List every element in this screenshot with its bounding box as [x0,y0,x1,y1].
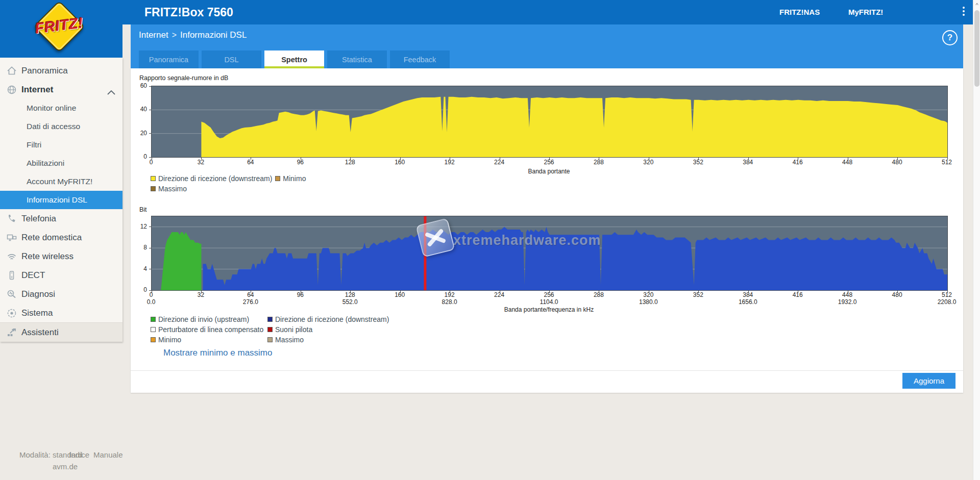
sidebar-item-dati-di-accesso[interactable]: Dati di accesso [0,117,122,136]
refresh-button[interactable]: Aggiorna [902,373,955,389]
footer-link-manuale[interactable]: Manuale [93,450,123,459]
snr-x-axis-label: Banda portante [151,168,947,175]
scrollbar-track[interactable]: ^ [973,0,980,480]
sidebar-item-assistenti[interactable]: Assistenti [0,322,122,342]
sidebar-item-telefonia[interactable]: Telefonia [0,209,122,228]
sidebar-item-panoramica[interactable]: Panoramica [0,61,122,80]
x-tick-label: 384 [743,291,753,298]
legend-item-direzione-di-ricezione-downstream: Direzione di ricezione (downstream) [267,315,389,323]
legend-item-minimo: Minimo [151,336,267,344]
bit-x-axis-frequency: 0.0276.0552.0828.01104.01380.01656.01932… [151,298,947,306]
tab-panoramica[interactable]: Panoramica [139,50,199,68]
nav-link-myfritz[interactable]: MyFRITZ! [848,8,883,16]
legend-item-massimo: Massimo [151,185,187,193]
bit-chart-plot [151,216,948,291]
sidebar-item-informazioni-dsl[interactable]: Informazioni DSL [0,191,122,209]
legend-swatch-icon [267,327,273,332]
x-tick-label: 160 [395,159,405,166]
sidebar-item-label: Diagnosi [21,289,55,299]
legend-item-perturbatore-di-linea-compensato: Perturbatore di linea compensato [151,325,267,334]
x-tick-frequency-label: 2208.0 [938,298,957,306]
legend-label: Massimo [158,185,187,193]
x-tick-label: 288 [594,159,604,166]
show-min-max-link[interactable]: Mostrare minimo e massimo [163,348,273,358]
sidebar-item-internet[interactable]: Internet [0,80,122,99]
sidebar-item-account-myfritz[interactable]: Account MyFRITZ! [0,172,122,191]
x-tick-label: 224 [494,159,504,166]
kebab-menu-icon[interactable] [960,7,967,19]
sidebar-item-diagnosi[interactable]: Diagnosi [0,285,122,304]
sidebar-item-label: Filtri [27,140,41,149]
sidebar-item-rete-wireless[interactable]: Rete wireless [0,247,122,266]
snr-legend: Direzione di ricezione (downstream)Minim… [151,174,327,193]
legend-label: Direzione di invio (upstream) [158,315,249,323]
legend-swatch-icon [267,337,273,342]
breadcrumb-section[interactable]: Internet [139,30,168,40]
header-bar: FRITZ!Box 7560 FRITZ!NAS MyFRITZ! [0,0,973,24]
tab-feedback[interactable]: Feedback [390,50,450,68]
x-tick-frequency-label: 828.0 [442,298,457,306]
sidebar-item-abilitazioni[interactable]: Abilitazioni [0,154,122,172]
x-tick-frequency-label: 0.0 [147,298,156,306]
sidebar-nav: PanoramicaInternetMonitor onlineDati di … [0,58,122,342]
x-tick-frequency-label: 1104.0 [540,298,558,306]
snr-y-axis: 0204060 [131,86,148,157]
x-tick-label: 512 [942,159,952,166]
bit-x-axis-label: Banda portante/frequenza in kHz [151,306,947,313]
x-tick-label: 480 [892,291,902,298]
x-tick-label: 192 [445,291,455,298]
y-tick-label: 20 [140,130,147,137]
sidebar-item-sistema[interactable]: Sistema [0,304,122,322]
help-icon[interactable]: ? [942,30,958,45]
sidebar-item-filtri[interactable]: Filtri [0,136,122,154]
x-tick-frequency-label: 552.0 [342,298,358,306]
x-tick-label: 320 [643,291,653,298]
x-tick-label: 288 [594,291,604,298]
sidebar-item-label: Sistema [21,308,53,318]
system-icon [6,308,17,319]
x-tick-label: 416 [793,291,803,298]
y-tick-label: 40 [140,106,147,113]
globe-icon [6,84,17,95]
x-tick-label: 320 [643,159,653,166]
breadcrumb-page: Informazioni DSL [180,30,247,40]
x-tick-label: 0 [150,159,153,166]
tab-bar: PanoramicaDSLSpettroStatisticaFeedback [139,50,450,68]
footer-link-avm[interactable]: avm.de [53,462,78,471]
sidebar-item-monitor-online[interactable]: Monitor online [0,99,122,117]
sidebar-item-dect[interactable]: DECT [0,266,122,285]
nav-link-fritznas[interactable]: FRITZ!NAS [779,8,820,16]
bit-legend: Direzione di invio (upstream)Direzione d… [151,315,389,344]
breadcrumb: Internet>Informazioni DSL [139,30,247,40]
footer-link-indice[interactable]: Indice [69,450,89,459]
x-tick-label: 352 [693,291,703,298]
y-tick-label: 60 [140,82,147,89]
x-tick-label: 192 [445,159,455,166]
tab-statistica[interactable]: Statistica [327,50,387,68]
sidebar-item-label: Informazioni DSL [27,195,87,205]
legend-label: Direzione di ricezione (downstream) [158,174,272,183]
y-tick-label: 0 [143,153,147,160]
x-tick-label: 352 [693,159,703,166]
y-tick-label: 8 [143,244,147,251]
scrollbar-thumb[interactable] [974,10,979,87]
x-tick-label: 416 [793,159,803,166]
sidebar-item-label: DECT [21,270,45,281]
legend-swatch-icon [151,186,156,191]
sidebar-item-rete-domestica[interactable]: Rete domestica [0,228,122,247]
tab-spettro[interactable]: Spettro [264,50,324,68]
fritz-logo-text: FRITZ! [29,14,89,38]
snr-chart-title: Rapporto segnale-rumore in dB [139,74,228,82]
logo-block[interactable]: FRITZ! [0,0,122,58]
legend-item-massimo: Massimo [267,336,389,344]
tab-dsl[interactable]: DSL [202,50,261,68]
card-divider [131,370,963,371]
x-tick-frequency-label: 1380.0 [639,298,658,306]
scrollbar-up-icon[interactable]: ^ [973,2,980,9]
legend-swatch-icon [151,337,156,342]
x-tick-label: 96 [297,159,304,166]
legend-item-direzione-di-ricezione-downstream: Direzione di ricezione (downstream) [151,174,272,183]
chevron-up-icon [107,87,115,92]
x-tick-label: 384 [743,159,753,166]
x-tick-label: 448 [842,159,852,166]
